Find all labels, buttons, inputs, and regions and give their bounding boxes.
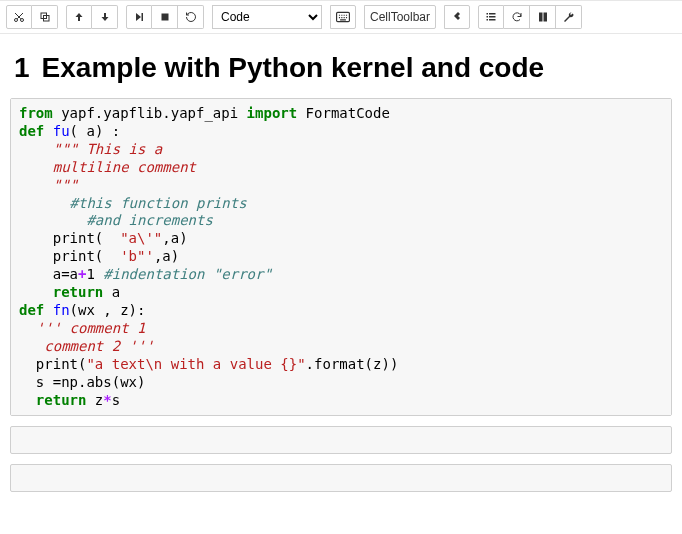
cell-type-select[interactable]: Code — [212, 5, 322, 29]
step-forward-icon — [133, 11, 145, 23]
cell-toolbar-button[interactable]: CellToolbar — [364, 5, 436, 29]
svg-rect-5 — [161, 14, 168, 21]
svg-point-1 — [21, 19, 24, 22]
arrow-up-icon — [73, 11, 85, 23]
keyboard-icon — [336, 11, 350, 23]
toolbar: Code CellToolbar — [0, 0, 682, 34]
svg-rect-8 — [489, 13, 496, 15]
svg-rect-9 — [487, 16, 489, 18]
svg-rect-10 — [489, 16, 496, 18]
copy-button[interactable] — [32, 5, 58, 29]
book-icon — [537, 11, 549, 23]
svg-rect-11 — [487, 19, 489, 21]
arrow-down-icon — [99, 11, 111, 23]
heading-text: Example with Python kernel and code — [42, 52, 545, 84]
copy-icon — [39, 11, 51, 23]
yapf-button[interactable] — [444, 5, 470, 29]
empty-cell-2[interactable] — [10, 464, 672, 492]
stop-icon — [159, 11, 171, 23]
wrench-icon — [563, 11, 575, 23]
cut-button[interactable] — [6, 5, 32, 29]
reload-button[interactable] — [504, 5, 530, 29]
markdown-heading: 1 Example with Python kernel and code — [14, 52, 668, 84]
move-down-button[interactable] — [92, 5, 118, 29]
heading-number: 1 — [14, 52, 30, 84]
settings-button[interactable] — [556, 5, 582, 29]
book-button[interactable] — [530, 5, 556, 29]
code-editor[interactable]: from yapf.yapflib.yapf_api import Format… — [11, 99, 671, 415]
code-cell[interactable]: from yapf.yapflib.yapf_api import Format… — [10, 98, 672, 416]
svg-point-0 — [15, 19, 18, 22]
svg-rect-7 — [487, 13, 489, 15]
notebook-container: 1 Example with Python kernel and code fr… — [0, 34, 682, 522]
restart-button[interactable] — [178, 5, 204, 29]
move-up-button[interactable] — [66, 5, 92, 29]
run-button[interactable] — [126, 5, 152, 29]
legal-icon — [451, 11, 463, 23]
repeat-icon — [185, 11, 197, 23]
refresh-icon — [511, 11, 523, 23]
cut-icon — [13, 11, 25, 23]
command-palette-button[interactable] — [330, 5, 356, 29]
toc-button[interactable] — [478, 5, 504, 29]
interrupt-button[interactable] — [152, 5, 178, 29]
svg-rect-12 — [489, 19, 496, 21]
empty-cell-1[interactable] — [10, 426, 672, 454]
svg-rect-4 — [142, 13, 144, 21]
list-icon — [485, 11, 497, 23]
